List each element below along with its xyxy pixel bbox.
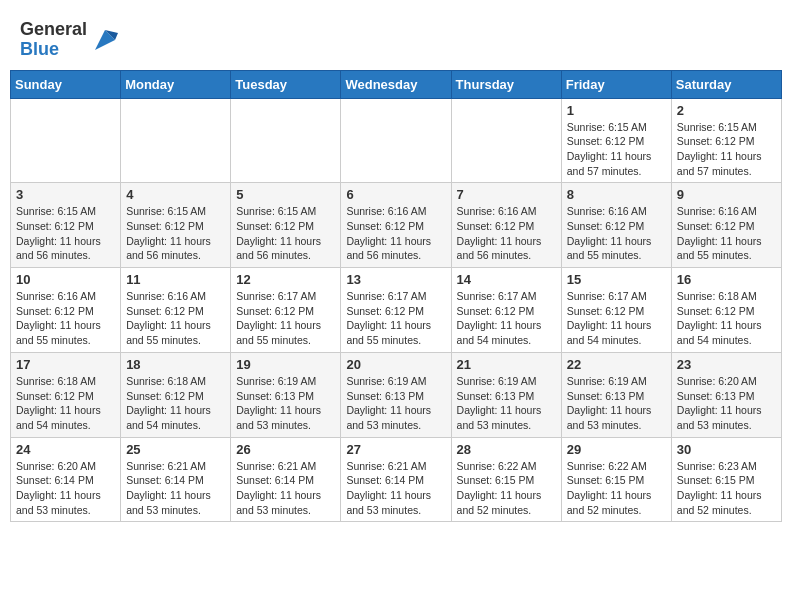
week-row-5: 24Sunrise: 6:20 AMSunset: 6:14 PMDayligh… xyxy=(11,437,782,522)
day-cell-2: 2Sunrise: 6:15 AMSunset: 6:12 PMDaylight… xyxy=(671,98,781,183)
day-info: Sunrise: 6:17 AMSunset: 6:12 PMDaylight:… xyxy=(457,289,556,348)
empty-cell xyxy=(121,98,231,183)
day-cell-19: 19Sunrise: 6:19 AMSunset: 6:13 PMDayligh… xyxy=(231,352,341,437)
day-info: Sunrise: 6:19 AMSunset: 6:13 PMDaylight:… xyxy=(346,374,445,433)
day-cell-22: 22Sunrise: 6:19 AMSunset: 6:13 PMDayligh… xyxy=(561,352,671,437)
day-cell-25: 25Sunrise: 6:21 AMSunset: 6:14 PMDayligh… xyxy=(121,437,231,522)
day-info: Sunrise: 6:15 AMSunset: 6:12 PMDaylight:… xyxy=(236,204,335,263)
day-number: 28 xyxy=(457,442,556,457)
day-number: 22 xyxy=(567,357,666,372)
day-info: Sunrise: 6:23 AMSunset: 6:15 PMDaylight:… xyxy=(677,459,776,518)
day-info: Sunrise: 6:15 AMSunset: 6:12 PMDaylight:… xyxy=(567,120,666,179)
day-number: 15 xyxy=(567,272,666,287)
day-cell-29: 29Sunrise: 6:22 AMSunset: 6:15 PMDayligh… xyxy=(561,437,671,522)
day-number: 9 xyxy=(677,187,776,202)
day-info: Sunrise: 6:18 AMSunset: 6:12 PMDaylight:… xyxy=(16,374,115,433)
day-number: 4 xyxy=(126,187,225,202)
day-cell-30: 30Sunrise: 6:23 AMSunset: 6:15 PMDayligh… xyxy=(671,437,781,522)
weekday-header-saturday: Saturday xyxy=(671,70,781,98)
empty-cell xyxy=(231,98,341,183)
day-cell-23: 23Sunrise: 6:20 AMSunset: 6:13 PMDayligh… xyxy=(671,352,781,437)
day-number: 20 xyxy=(346,357,445,372)
day-number: 16 xyxy=(677,272,776,287)
empty-cell xyxy=(451,98,561,183)
day-info: Sunrise: 6:15 AMSunset: 6:12 PMDaylight:… xyxy=(16,204,115,263)
day-info: Sunrise: 6:16 AMSunset: 6:12 PMDaylight:… xyxy=(16,289,115,348)
day-cell-20: 20Sunrise: 6:19 AMSunset: 6:13 PMDayligh… xyxy=(341,352,451,437)
day-info: Sunrise: 6:19 AMSunset: 6:13 PMDaylight:… xyxy=(236,374,335,433)
day-cell-12: 12Sunrise: 6:17 AMSunset: 6:12 PMDayligh… xyxy=(231,268,341,353)
day-cell-26: 26Sunrise: 6:21 AMSunset: 6:14 PMDayligh… xyxy=(231,437,341,522)
day-number: 23 xyxy=(677,357,776,372)
day-number: 25 xyxy=(126,442,225,457)
day-info: Sunrise: 6:16 AMSunset: 6:12 PMDaylight:… xyxy=(457,204,556,263)
day-info: Sunrise: 6:17 AMSunset: 6:12 PMDaylight:… xyxy=(346,289,445,348)
day-number: 26 xyxy=(236,442,335,457)
day-cell-13: 13Sunrise: 6:17 AMSunset: 6:12 PMDayligh… xyxy=(341,268,451,353)
day-info: Sunrise: 6:22 AMSunset: 6:15 PMDaylight:… xyxy=(567,459,666,518)
week-row-2: 3Sunrise: 6:15 AMSunset: 6:12 PMDaylight… xyxy=(11,183,782,268)
day-cell-21: 21Sunrise: 6:19 AMSunset: 6:13 PMDayligh… xyxy=(451,352,561,437)
day-number: 3 xyxy=(16,187,115,202)
day-cell-10: 10Sunrise: 6:16 AMSunset: 6:12 PMDayligh… xyxy=(11,268,121,353)
page-header: General Blue xyxy=(10,10,782,65)
day-info: Sunrise: 6:18 AMSunset: 6:12 PMDaylight:… xyxy=(677,289,776,348)
day-cell-1: 1Sunrise: 6:15 AMSunset: 6:12 PMDaylight… xyxy=(561,98,671,183)
day-cell-4: 4Sunrise: 6:15 AMSunset: 6:12 PMDaylight… xyxy=(121,183,231,268)
calendar-table: SundayMondayTuesdayWednesdayThursdayFrid… xyxy=(10,70,782,523)
day-number: 18 xyxy=(126,357,225,372)
day-cell-9: 9Sunrise: 6:16 AMSunset: 6:12 PMDaylight… xyxy=(671,183,781,268)
day-number: 6 xyxy=(346,187,445,202)
day-info: Sunrise: 6:17 AMSunset: 6:12 PMDaylight:… xyxy=(567,289,666,348)
day-info: Sunrise: 6:21 AMSunset: 6:14 PMDaylight:… xyxy=(236,459,335,518)
day-cell-17: 17Sunrise: 6:18 AMSunset: 6:12 PMDayligh… xyxy=(11,352,121,437)
day-number: 19 xyxy=(236,357,335,372)
weekday-header-sunday: Sunday xyxy=(11,70,121,98)
weekday-header-friday: Friday xyxy=(561,70,671,98)
day-info: Sunrise: 6:16 AMSunset: 6:12 PMDaylight:… xyxy=(677,204,776,263)
weekday-header-thursday: Thursday xyxy=(451,70,561,98)
day-number: 10 xyxy=(16,272,115,287)
day-info: Sunrise: 6:15 AMSunset: 6:12 PMDaylight:… xyxy=(126,204,225,263)
week-row-1: 1Sunrise: 6:15 AMSunset: 6:12 PMDaylight… xyxy=(11,98,782,183)
day-cell-28: 28Sunrise: 6:22 AMSunset: 6:15 PMDayligh… xyxy=(451,437,561,522)
weekday-header-row: SundayMondayTuesdayWednesdayThursdayFrid… xyxy=(11,70,782,98)
day-info: Sunrise: 6:18 AMSunset: 6:12 PMDaylight:… xyxy=(126,374,225,433)
day-cell-6: 6Sunrise: 6:16 AMSunset: 6:12 PMDaylight… xyxy=(341,183,451,268)
day-cell-14: 14Sunrise: 6:17 AMSunset: 6:12 PMDayligh… xyxy=(451,268,561,353)
day-cell-8: 8Sunrise: 6:16 AMSunset: 6:12 PMDaylight… xyxy=(561,183,671,268)
weekday-header-monday: Monday xyxy=(121,70,231,98)
logo: General Blue xyxy=(20,20,120,60)
day-cell-3: 3Sunrise: 6:15 AMSunset: 6:12 PMDaylight… xyxy=(11,183,121,268)
logo-icon xyxy=(90,25,120,55)
day-cell-27: 27Sunrise: 6:21 AMSunset: 6:14 PMDayligh… xyxy=(341,437,451,522)
day-number: 27 xyxy=(346,442,445,457)
day-number: 14 xyxy=(457,272,556,287)
day-number: 2 xyxy=(677,103,776,118)
day-number: 24 xyxy=(16,442,115,457)
day-info: Sunrise: 6:19 AMSunset: 6:13 PMDaylight:… xyxy=(457,374,556,433)
day-number: 17 xyxy=(16,357,115,372)
day-cell-18: 18Sunrise: 6:18 AMSunset: 6:12 PMDayligh… xyxy=(121,352,231,437)
logo-blue: Blue xyxy=(20,40,87,60)
day-number: 11 xyxy=(126,272,225,287)
day-number: 1 xyxy=(567,103,666,118)
day-number: 21 xyxy=(457,357,556,372)
empty-cell xyxy=(11,98,121,183)
day-cell-24: 24Sunrise: 6:20 AMSunset: 6:14 PMDayligh… xyxy=(11,437,121,522)
logo-general: General xyxy=(20,20,87,40)
day-info: Sunrise: 6:16 AMSunset: 6:12 PMDaylight:… xyxy=(346,204,445,263)
day-number: 5 xyxy=(236,187,335,202)
day-number: 12 xyxy=(236,272,335,287)
day-cell-11: 11Sunrise: 6:16 AMSunset: 6:12 PMDayligh… xyxy=(121,268,231,353)
day-cell-15: 15Sunrise: 6:17 AMSunset: 6:12 PMDayligh… xyxy=(561,268,671,353)
day-info: Sunrise: 6:21 AMSunset: 6:14 PMDaylight:… xyxy=(346,459,445,518)
day-info: Sunrise: 6:20 AMSunset: 6:14 PMDaylight:… xyxy=(16,459,115,518)
day-info: Sunrise: 6:19 AMSunset: 6:13 PMDaylight:… xyxy=(567,374,666,433)
day-number: 8 xyxy=(567,187,666,202)
week-row-4: 17Sunrise: 6:18 AMSunset: 6:12 PMDayligh… xyxy=(11,352,782,437)
weekday-header-wednesday: Wednesday xyxy=(341,70,451,98)
day-cell-16: 16Sunrise: 6:18 AMSunset: 6:12 PMDayligh… xyxy=(671,268,781,353)
day-cell-5: 5Sunrise: 6:15 AMSunset: 6:12 PMDaylight… xyxy=(231,183,341,268)
weekday-header-tuesday: Tuesday xyxy=(231,70,341,98)
